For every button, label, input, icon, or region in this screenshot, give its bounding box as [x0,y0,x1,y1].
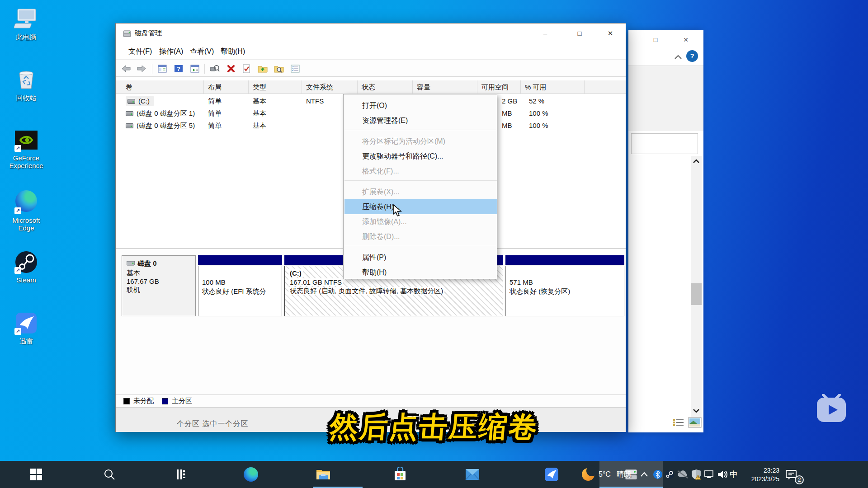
desktop-icon-xunlei[interactable]: ↗ 迅雷 [0,311,52,345]
mail-icon [465,469,480,480]
col-type[interactable]: 类型 [249,80,302,94]
tray-chevron-icon[interactable] [638,461,650,488]
weather-text[interactable]: 晴朗 [617,461,631,488]
steam-icon: ↗ [14,250,38,274]
menu-item-help[interactable]: 帮助(H) [344,265,497,280]
xunlei-icon: ↗ [14,311,38,335]
notification-icon[interactable] [784,461,798,488]
shortcut-arrow-icon: ↗ [14,328,21,335]
search-icon [103,468,116,481]
steam-tray-icon[interactable] [664,461,675,488]
back-icon[interactable] [120,63,132,75]
microsoft-edge-icon: ↗ [14,190,38,215]
titlebar[interactable]: 磁盘管理 – □ ✕ [116,23,626,43]
collapse-ribbon-icon[interactable] [674,54,683,60]
toolbar: ? [116,60,626,77]
volume-icon [127,99,135,104]
desktop-icon-steam[interactable]: ↗ Steam [0,250,52,284]
desktop-icon-recycle-bin[interactable]: 回收站 [0,68,52,102]
ime-indicator[interactable]: 中 [730,461,738,488]
inspect-icon[interactable] [209,63,221,75]
taskbar-clock[interactable]: 23:23 2023/3/25 [741,461,779,488]
col-capacity[interactable]: 容量 [413,80,477,94]
weather-temp[interactable]: 5°C [599,461,611,488]
picture-thumbnail-icon[interactable] [688,417,702,428]
scrollbar-thumb[interactable] [691,283,702,305]
desktop: 此电脑 回收站 ↗ GeForce Experience ↗ Microsoft… [0,0,868,488]
col-free-space[interactable]: 可用空间 [477,80,521,94]
microsoft-store-icon [393,467,407,482]
menu-view[interactable]: 查看(V) [187,43,217,60]
taskbar-mail[interactable] [455,461,490,488]
menu-item-delete-volume: 删除卷(D)... [344,229,497,244]
close-button[interactable]: ✕ [599,23,621,43]
details-view-icon[interactable] [289,63,301,75]
taskbar-edge[interactable] [234,461,268,488]
close-button[interactable]: ✕ [679,34,693,46]
taskbar-file-explorer[interactable] [306,461,340,488]
delete-icon[interactable] [225,63,237,75]
menu-help[interactable]: 帮助(H) [218,43,248,60]
menu-item-properties[interactable]: 属性(P) [344,250,497,265]
primary-partition-bar [505,255,624,265]
folder-search-icon[interactable] [273,63,285,75]
security-shield-icon[interactable] [690,461,703,488]
shortcut-arrow-icon: ↗ [14,267,21,274]
disk-management-icon [123,29,132,38]
help-icon[interactable]: ? [173,63,184,75]
volume-icon [126,111,133,116]
search-button[interactable] [92,461,127,488]
desktop-icon-geforce-experience[interactable]: ↗ GeForce Experience [0,128,52,170]
menu-file[interactable]: 文件(F) [126,43,155,60]
onedrive-icon[interactable] [676,461,689,488]
start-button[interactable] [19,461,53,488]
col-filesystem[interactable]: 文件系统 [302,80,358,94]
toolbar-separator [152,64,152,74]
weather-moon-icon[interactable] [580,461,596,488]
desktop-icon-this-pc[interactable]: 此电脑 [0,7,52,41]
file-explorer-icon [316,468,331,481]
legend-label: 主分区 [172,397,192,405]
partition-recovery[interactable]: 571 MB 状态良好 (恢复分区) [505,255,624,316]
minimize-button[interactable]: – [534,23,556,43]
console-window-icon[interactable] [189,63,201,75]
desktop-icon-microsoft-edge[interactable]: ↗ Microsoft Edge [0,189,52,232]
taskbar-xunlei[interactable] [534,461,569,488]
clock-time: 23:23 [741,467,779,474]
menu-item-open[interactable]: 打开(O) [344,98,497,113]
maximize-button[interactable]: □ [569,23,590,43]
task-view-button[interactable] [164,461,198,488]
console-tree-icon[interactable] [156,63,168,75]
menu-separator [344,246,497,246]
xunlei-icon [544,467,559,482]
scroll-up-icon[interactable] [693,159,700,164]
menu-action[interactable]: 操作(A) [156,43,186,60]
forward-icon[interactable] [136,63,147,75]
taskbar-store[interactable] [383,461,417,488]
primary-partition-swatch [162,398,168,404]
menu-item-add-mirror: 添加镜像(A)... [344,214,497,229]
menu-item-change-letter[interactable]: 更改驱动器号和路径(C)... [344,149,497,164]
check-document-icon[interactable] [241,63,252,75]
network-icon[interactable] [703,461,716,488]
bluetooth-icon[interactable] [652,461,664,488]
disk0-panel[interactable]: 磁盘 0 基本 167.67 GB 联机 [122,255,196,316]
address-box[interactable] [631,133,698,154]
col-layout[interactable]: 布局 [204,80,249,94]
details-list-icon[interactable] [673,418,684,428]
menu-item-shrink-volume[interactable]: 压缩卷(H)... [344,199,497,214]
desktop-icon-label: Microsoft Edge [0,216,52,232]
col-status[interactable]: 状态 [358,80,413,94]
col-pct-free[interactable]: % 可用 [521,80,585,94]
menu-item-extend-volume: 扩展卷(X)... [344,184,497,199]
recycle-bin-icon [14,68,38,92]
help-icon[interactable]: ? [686,50,698,62]
scroll-down-icon[interactable] [693,408,700,413]
partition-efi[interactable]: 100 MB 状态良好 (EFI 系统分 [198,255,282,316]
folder-up-icon[interactable] [257,63,269,75]
context-menu: 打开(O) 资源管理器(E) 将分区标记为活动分区(M) 更改驱动器号和路径(C… [343,94,497,279]
maximize-button[interactable]: □ [649,34,662,46]
menu-item-explorer[interactable]: 资源管理器(E) [344,113,497,128]
col-volume[interactable]: 卷 [122,80,204,94]
volume-icon[interactable] [716,461,729,488]
